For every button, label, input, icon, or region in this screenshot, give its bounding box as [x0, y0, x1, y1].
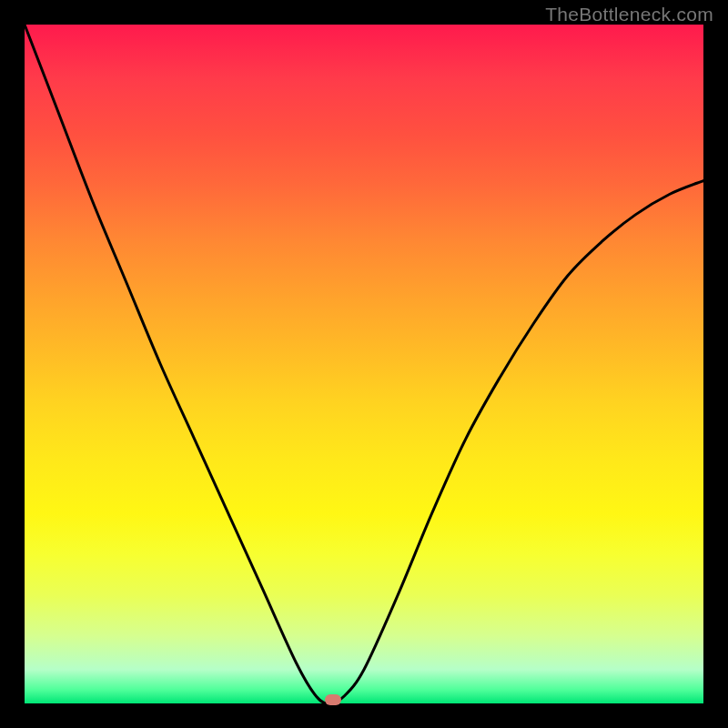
optimal-point-marker	[325, 694, 341, 705]
outer-frame: TheBottleneck.com	[0, 0, 728, 728]
watermark-text: TheBottleneck.com	[545, 4, 713, 25]
bottleneck-curve	[25, 25, 703, 703]
plot-area	[25, 25, 703, 703]
